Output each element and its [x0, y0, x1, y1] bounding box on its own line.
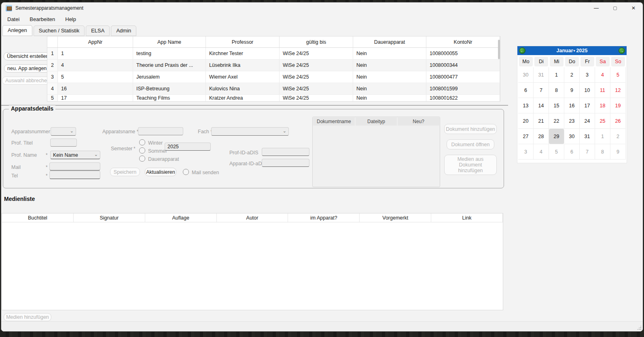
- calendar-day[interactable]: 22: [549, 113, 564, 129]
- calendar-day[interactable]: 28: [534, 129, 549, 144]
- column-header-appnr[interactable]: AppNr: [58, 36, 133, 47]
- medien-hinzufuegen-button[interactable]: Medien hinzufügen: [4, 313, 51, 321]
- calendar-day[interactable]: 31: [580, 129, 595, 144]
- dauerapparat-radio[interactable]: [139, 156, 145, 162]
- calendar-day[interactable]: 9: [610, 144, 626, 160]
- calendar-day[interactable]: 12: [610, 83, 626, 98]
- media-column-buchtitel[interactable]: Buchtitel: [2, 213, 74, 222]
- calendar-day[interactable]: 23: [564, 113, 580, 129]
- media-column-autor[interactable]: Autor: [217, 213, 288, 222]
- calendar-day[interactable]: 2: [564, 67, 580, 83]
- tab-suchen-statistik[interactable]: Suchen / Statistik: [34, 26, 85, 36]
- media-column-im-apparat[interactable]: im Apparat?: [288, 213, 360, 222]
- apparat-id-adis-input[interactable]: [262, 159, 309, 167]
- calendar-day[interactable]: 6: [564, 144, 580, 160]
- mail-input[interactable]: [49, 162, 100, 171]
- uebersicht-erstellen-button[interactable]: Übersicht erstellen: [4, 52, 52, 60]
- media-column-link[interactable]: Link: [431, 213, 503, 222]
- splitter[interactable]: [1, 105, 508, 106]
- calendar-day[interactable]: 7: [580, 144, 595, 160]
- calendar-day[interactable]: 14: [534, 98, 549, 113]
- calendar-day[interactable]: 30: [564, 129, 580, 144]
- minimize-button[interactable]: —: [587, 2, 606, 14]
- apps-table-scrollbar[interactable]: [498, 40, 500, 59]
- calendar-day[interactable]: 3: [580, 67, 595, 83]
- calendar-day[interactable]: 1: [595, 129, 610, 144]
- title-bar[interactable]: Semesterapparatsmanagement — ✕: [1, 2, 643, 14]
- prev-month-button[interactable]: ←: [519, 47, 525, 54]
- calendar-day[interactable]: 7: [534, 83, 549, 98]
- menu-datei[interactable]: Datei: [3, 15, 23, 23]
- prof-name-select[interactable]: Kein Name⌄: [50, 151, 100, 159]
- media-column-signatur[interactable]: Signatur: [74, 213, 145, 222]
- tab-elsa[interactable]: ELSA: [86, 26, 110, 36]
- calendar-day[interactable]: 19: [610, 98, 626, 113]
- column-header-appname[interactable]: App Name: [133, 36, 206, 47]
- prof-id-adis-input[interactable]: [262, 148, 309, 156]
- table-row[interactable]: 416ISP-BetreuungKulovics NinaWiSe 24/25N…: [47, 83, 500, 95]
- tel-input[interactable]: [49, 171, 100, 179]
- calendar-day[interactable]: 5: [610, 67, 626, 83]
- table-row[interactable]: 35JerusalemWiemer AxelWiSe 24/25Nein1008…: [47, 71, 500, 83]
- table-row[interactable]: 517Teaching FilmsKratzer AndreaWiSe 24/2…: [47, 95, 500, 102]
- resize-grip-icon[interactable]: [637, 325, 642, 330]
- calendar-day[interactable]: 29: [549, 129, 564, 144]
- doc-column-dateityp[interactable]: Dateityp: [356, 117, 397, 126]
- tab-anlegen[interactable]: Anlegen: [2, 25, 32, 36]
- calendar-day[interactable]: 1: [549, 67, 564, 83]
- calendar-day[interactable]: 6: [518, 83, 534, 98]
- calendar-day[interactable]: 20: [518, 113, 534, 129]
- media-column-vorgemerkt[interactable]: Vorgemerkt: [360, 213, 431, 222]
- calendar-day[interactable]: 10: [580, 83, 595, 98]
- calendar-day[interactable]: 24: [580, 113, 595, 129]
- winter-radio[interactable]: [139, 139, 145, 145]
- table-row[interactable]: 24Theorie und Praxis der ...Lüsebrink Il…: [47, 60, 500, 71]
- calendar-day[interactable]: 31: [534, 67, 549, 83]
- calendar-day[interactable]: 3: [518, 144, 534, 160]
- calendar-day[interactable]: 2: [610, 129, 626, 144]
- dokument-oeffnen-button[interactable]: Dokument öffnen: [447, 139, 494, 149]
- calendar-day[interactable]: 18: [595, 98, 610, 113]
- tab-admin[interactable]: Admin: [111, 26, 136, 36]
- prof-titel-input[interactable]: [50, 139, 77, 147]
- mail-senden-checkbox[interactable]: [183, 169, 189, 175]
- dokument-hinzufuegen-button[interactable]: Dokument hinzufügen: [444, 124, 497, 134]
- close-button[interactable]: ✕: [624, 2, 643, 14]
- calendar-day[interactable]: 4: [534, 144, 549, 160]
- next-month-button[interactable]: →: [619, 47, 625, 54]
- calendar-day[interactable]: 13: [518, 98, 534, 113]
- doc-column-dokumentname[interactable]: Dokumentname: [313, 117, 355, 126]
- calendar-day[interactable]: 5: [549, 144, 564, 160]
- calendar-month-year[interactable]: Januar▾2025: [525, 48, 619, 53]
- sommer-radio[interactable]: [139, 147, 145, 154]
- aktualisieren-button[interactable]: Aktualisieren: [145, 168, 176, 176]
- calendar-day[interactable]: 15: [549, 98, 564, 113]
- fach-select[interactable]: ⌄: [211, 127, 289, 136]
- calendar-day[interactable]: 17: [580, 98, 595, 113]
- calendar-day[interactable]: 8: [595, 144, 610, 160]
- neu-app-anlegen-button[interactable]: neu. App anlegen: [4, 64, 50, 73]
- apparatsname-input[interactable]: [138, 127, 183, 135]
- calendar-day[interactable]: 21: [534, 113, 549, 129]
- column-header-gueltig-bis[interactable]: gültig bis: [280, 36, 353, 47]
- menu-bearbeiten[interactable]: Bearbeiten: [25, 15, 59, 23]
- menu-help[interactable]: Help: [61, 15, 80, 23]
- column-header-professor[interactable]: Professor: [206, 36, 280, 47]
- column-header-dauerapparat[interactable]: Dauerapparat: [353, 36, 426, 47]
- calendar-day[interactable]: 27: [518, 129, 534, 144]
- calendar-day[interactable]: 25: [595, 113, 610, 129]
- medien-aus-dokument-button[interactable]: Medien aus Dokument hinzufügen: [444, 155, 497, 175]
- column-header-kontonr[interactable]: KontoNr: [426, 36, 500, 47]
- calendar-day[interactable]: 30: [518, 67, 534, 83]
- calendar-day[interactable]: 11: [595, 83, 610, 98]
- media-column-auflage[interactable]: Auflage: [145, 213, 217, 222]
- semester-year-input[interactable]: 2025: [165, 143, 211, 151]
- calendar-day[interactable]: 26: [610, 113, 626, 129]
- calendar-day[interactable]: 8: [549, 83, 564, 98]
- apparatsnummer-select[interactable]: ⌄: [51, 127, 76, 136]
- calendar-day[interactable]: 9: [564, 83, 580, 98]
- speichern-button[interactable]: Speichern: [110, 168, 140, 176]
- doc-column-neu[interactable]: Neu?: [398, 117, 439, 126]
- maximize-button[interactable]: [606, 2, 624, 14]
- auswahl-abbrechen-button[interactable]: Auswahl abbrechen: [2, 77, 53, 85]
